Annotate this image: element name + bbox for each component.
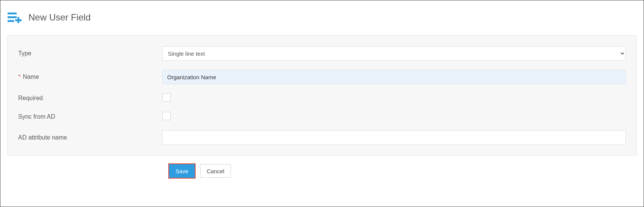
list-plus-icon <box>7 11 24 24</box>
name-input[interactable] <box>162 70 626 84</box>
row-name: * Name <box>18 70 626 84</box>
type-select[interactable]: Single line text <box>162 46 626 61</box>
type-label: Type <box>18 50 162 57</box>
row-ad-attribute: AD attribute name <box>18 130 626 145</box>
sync-from-ad-label: Sync from AD <box>18 113 162 120</box>
sync-from-ad-checkbox[interactable] <box>162 112 171 120</box>
row-required: Required <box>18 93 626 103</box>
page-title: New User Field <box>28 12 91 23</box>
form-actions: Save Cancel <box>0 162 644 189</box>
page-container: New User Field Type Single line text * N… <box>0 0 644 207</box>
required-label: Required <box>18 95 162 102</box>
svg-rect-4 <box>15 19 22 21</box>
required-checkbox[interactable] <box>162 93 171 102</box>
svg-rect-0 <box>8 13 17 14</box>
svg-rect-1 <box>8 16 17 18</box>
page-header: New User Field <box>0 0 644 31</box>
cancel-button[interactable]: Cancel <box>200 164 231 178</box>
save-button[interactable]: Save <box>169 164 195 178</box>
name-label: Name <box>23 74 39 80</box>
row-type: Type Single line text <box>18 46 626 61</box>
form-panel: Type Single line text * Name Required <box>7 35 637 156</box>
ad-attribute-input[interactable] <box>162 130 626 145</box>
row-sync-from-ad: Sync from AD <box>18 112 626 121</box>
svg-rect-2 <box>8 20 14 22</box>
ad-attribute-label: AD attribute name <box>18 134 162 141</box>
required-asterisk: * <box>18 74 20 80</box>
